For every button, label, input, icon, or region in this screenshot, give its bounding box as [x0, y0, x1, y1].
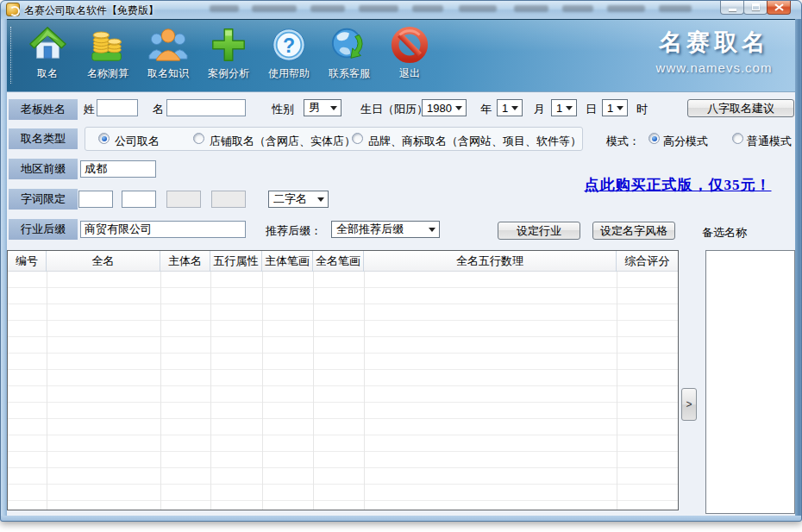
toolbar-label: 取名知识 [147, 66, 189, 81]
column-header-main-name[interactable]: 主体名 [160, 251, 210, 272]
word-input-1[interactable] [78, 191, 113, 208]
toolbar-button-naming[interactable]: 取名 [17, 25, 78, 89]
toolbar-button-contact-support[interactable]: 联系客服 [319, 25, 379, 89]
region-prefix-input[interactable] [80, 160, 156, 178]
aero-glass-blur [459, 5, 497, 12]
chevron-down-icon [330, 106, 337, 110]
set-industry-button[interactable]: 设定行业 [498, 222, 580, 240]
toolbar-gripper [10, 27, 13, 84]
radio-label-company[interactable]: 公司取名 [115, 134, 160, 149]
close-icon [774, 3, 784, 11]
radio-label-normal[interactable]: 普通模式 [747, 134, 792, 149]
buy-full-version-link[interactable]: 点此购买正式版，仅35元！ [561, 175, 795, 195]
column-header-full-strokes[interactable]: 全名笔画 [313, 251, 364, 272]
chevron-down-icon [455, 106, 462, 110]
chevron-down-icon [317, 197, 324, 202]
results-table: 编号 全名 主体名 五行属性 主体笔画 全名笔画 全名五行数理 综合评分 [7, 250, 679, 510]
table-gridline [262, 272, 263, 510]
surname-label: 姓 [84, 102, 95, 117]
birth-month-value: 1 [502, 102, 508, 115]
toolbar-button-case-analysis[interactable]: 案例分析 [198, 25, 259, 89]
brand-url: www.namevs.com [645, 60, 783, 75]
column-header-score[interactable]: 综合评分 [617, 251, 678, 272]
coins-icon [88, 25, 128, 65]
table-gridline [364, 272, 365, 510]
candidate-names-label: 备选名称 [702, 225, 747, 241]
chevron-down-icon [566, 106, 573, 110]
radio-brand-naming[interactable] [352, 133, 363, 144]
window-border-right [795, 19, 802, 516]
toolbar-button-knowledge[interactable]: 取名知识 [138, 25, 198, 89]
people-icon [148, 25, 188, 65]
radio-shop-naming[interactable] [193, 133, 204, 144]
column-header-five-elements[interactable]: 五行属性 [210, 251, 262, 272]
gender-value: 男 [309, 100, 320, 116]
birth-year-value: 1980 [427, 102, 452, 115]
aero-glass-blur [514, 5, 548, 12]
month-unit-label: 月 [534, 102, 545, 117]
hour-unit-label: 时 [636, 102, 648, 117]
column-header-number[interactable]: 编号 [8, 251, 47, 272]
toolbar-items: 取名 名称测算 [17, 25, 440, 89]
industry-suffix-input[interactable] [80, 221, 246, 238]
set-name-style-button[interactable]: 设定名字风格 [592, 222, 675, 240]
help-icon: ? [269, 25, 309, 65]
word-input-4-disabled [211, 191, 246, 208]
toolbar-button-name-test[interactable]: 名称测算 [78, 25, 138, 89]
word-input-2[interactable] [122, 191, 156, 208]
word-input-3-disabled [166, 191, 201, 208]
given-name-label: 名 [153, 102, 164, 117]
app-icon [6, 3, 20, 16]
birth-day-value: 1 [556, 102, 562, 115]
toolbar-label: 使用帮助 [268, 66, 310, 81]
radio-company-naming[interactable] [98, 133, 110, 144]
recommend-suffix-label: 推荐后缀： [266, 223, 322, 239]
bazi-suggestion-button[interactable]: 八字取名建议 [687, 99, 794, 117]
toolbar-button-help[interactable]: ? 使用帮助 [259, 25, 319, 89]
aero-glass-blur [359, 5, 398, 12]
birth-hour-select[interactable]: 1 [602, 99, 628, 116]
surname-input[interactable] [97, 99, 138, 116]
toolbar-button-exit[interactable]: 退出 [379, 25, 440, 89]
window-title: 名赛公司取名软件【免费版】 [24, 3, 159, 18]
globe-icon [329, 25, 369, 65]
radio-label-brand[interactable]: 品牌、商标取名（含网站、项目、软件等） [368, 134, 581, 149]
recommend-suffix-select[interactable]: 全部推荐后缀 [331, 221, 440, 238]
chevron-down-icon [617, 106, 623, 110]
maximize-button[interactable] [743, 0, 768, 15]
gender-select[interactable]: 男 [304, 99, 341, 116]
name-length-select[interactable]: 二字名 [268, 191, 329, 208]
aero-glass-blur [562, 5, 593, 12]
chevron-down-icon [429, 228, 435, 232]
minimize-button[interactable] [720, 0, 744, 15]
radio-high-score-mode[interactable] [648, 133, 660, 144]
birth-day-select[interactable]: 1 [551, 99, 577, 116]
toolbar-label: 取名 [37, 66, 58, 81]
birth-month-select[interactable]: 1 [497, 99, 523, 116]
radio-label-shop[interactable]: 店铺取名（含网店、实体店） [210, 134, 355, 149]
column-header-main-strokes[interactable]: 主体笔画 [262, 251, 313, 272]
birth-year-select[interactable]: 1980 [422, 99, 467, 116]
field-label-naming-type: 取名类型 [9, 128, 78, 149]
aero-glass-blur [412, 5, 443, 12]
given-name-input[interactable] [166, 99, 246, 116]
plus-icon [209, 25, 248, 65]
application-window: 名赛公司取名软件【免费版】 取名 [0, 0, 802, 532]
aero-glass-blur [310, 5, 345, 12]
move-to-candidates-button[interactable]: > [681, 388, 697, 421]
minimize-icon [729, 9, 736, 11]
caption-buttons [721, 0, 791, 15]
table-gridline [313, 272, 314, 510]
birthday-label: 生日（阳历） [360, 102, 428, 117]
aero-glass-blur [252, 5, 297, 12]
candidate-names-listbox[interactable] [705, 250, 795, 514]
radio-normal-mode[interactable] [732, 133, 743, 144]
close-button[interactable] [767, 0, 791, 15]
gender-label: 性别 [272, 102, 294, 117]
column-header-numerology[interactable]: 全名五行数理 [364, 251, 617, 272]
house-icon [28, 25, 67, 65]
column-header-full-name[interactable]: 全名 [47, 251, 160, 272]
day-unit-label: 日 [586, 102, 597, 117]
toolbar-label: 名称测算 [87, 66, 128, 81]
radio-label-high-score[interactable]: 高分模式 [663, 134, 708, 149]
